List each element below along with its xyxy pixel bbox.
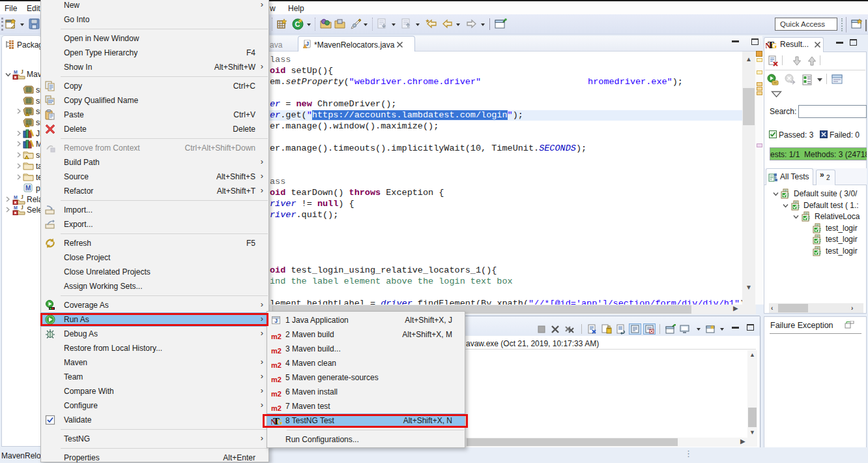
svg-text:J: J [274, 318, 278, 324]
svg-text:J: J [21, 194, 23, 200]
svg-text:M: M [14, 205, 18, 210]
svg-text:!: ! [27, 123, 27, 127]
svg-text:M: M [14, 195, 18, 200]
svg-text:M: M [25, 185, 31, 192]
svg-text:J: J [21, 69, 23, 75]
svg-text:J: J [306, 40, 309, 47]
svg-text:T: T [768, 40, 774, 50]
svg-text:M: M [14, 70, 18, 74]
svg-text:!: ! [27, 113, 27, 117]
svg-text:J: J [21, 205, 23, 211]
